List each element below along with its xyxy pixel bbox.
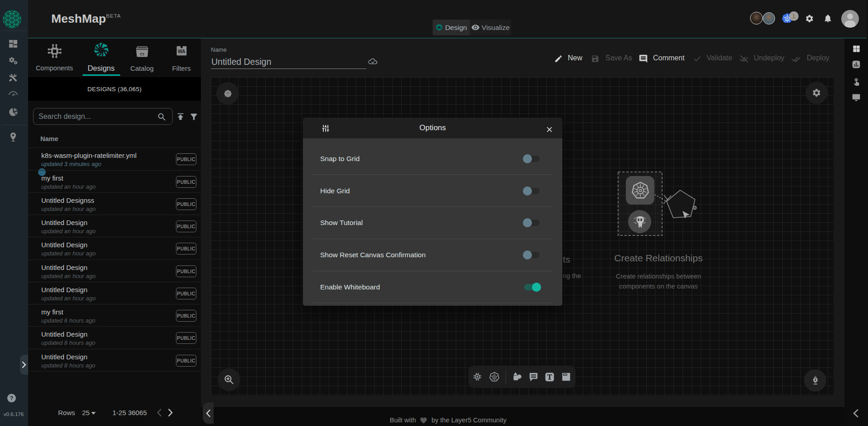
svg-text:WA: WA [178, 49, 185, 54]
